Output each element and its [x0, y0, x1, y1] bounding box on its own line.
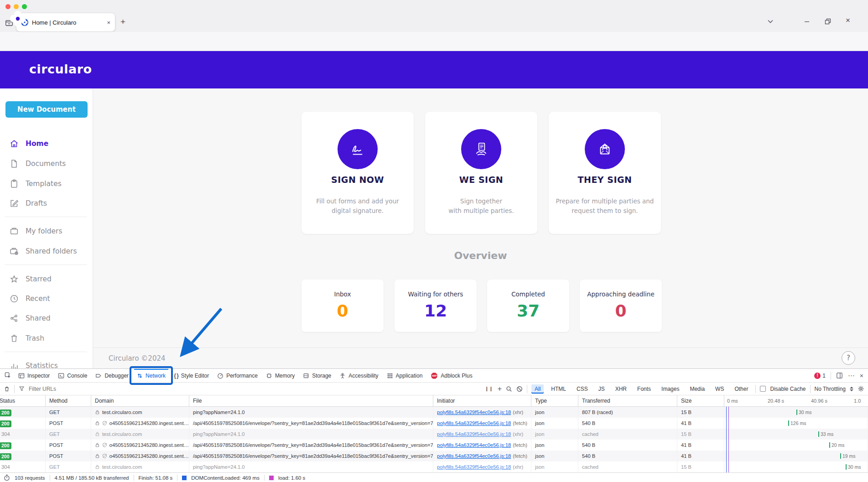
browser-tab[interactable]: Home | Circularo ×: [16, 13, 115, 31]
hands-document-icon: [461, 129, 501, 169]
stat-value: 37: [487, 301, 569, 320]
domcontentloaded-marker-line: [726, 407, 727, 472]
copyright-text: Circularo ©2024: [109, 354, 166, 363]
devtools-tab-style-editor[interactable]: { } Style Editor: [170, 369, 213, 383]
sidebar-item-trash[interactable]: Trash: [0, 328, 93, 348]
they-sign-card[interactable]: THEY SIGN Prepare for multiple parties a…: [549, 112, 661, 234]
card-title: SIGN NOW: [301, 175, 414, 185]
sidebar-item-home[interactable]: Home: [0, 134, 93, 154]
sidebar-item-starred[interactable]: Starred: [0, 269, 93, 289]
network-request-row[interactable]: 304 GET test.circularo.com ping?appName=…: [0, 429, 868, 440]
split-console-icon[interactable]: [836, 372, 843, 379]
tracker-shield-icon: [102, 453, 107, 459]
sidebar-item-statistics[interactable]: Statistics: [0, 356, 93, 368]
sidebar-item-my-folders[interactable]: My folders: [0, 221, 93, 241]
filter-pill-js[interactable]: JS: [595, 384, 608, 394]
devtools-tab-console[interactable]: Console: [54, 369, 91, 383]
filter-pill-fonts[interactable]: Fonts: [634, 384, 654, 394]
devtools-tab-accessibility[interactable]: Accessibility: [335, 369, 382, 383]
domcontentloaded-time[interactable]: DOMContentLoaded: 469 ms: [191, 475, 260, 481]
initiator-link[interactable]: polyfills.54a6329f54ec0e56.js:18: [437, 431, 511, 437]
network-request-row[interactable]: 200 POST o4505159621345280.ingest.sent… …: [0, 418, 868, 429]
devtools-tab-application[interactable]: Application: [383, 369, 427, 383]
brand-name[interactable]: circularo: [29, 62, 92, 76]
initiator-link[interactable]: polyfills.54a6329f54ec0e56.js:18: [437, 442, 511, 448]
stat-card-waiting-for-others[interactable]: Waiting for others 12: [395, 280, 477, 332]
macos-close-button[interactable]: [5, 4, 10, 9]
filter-pill-ws[interactable]: WS: [712, 384, 727, 394]
sidebar-item-drafts[interactable]: Drafts: [0, 193, 93, 213]
filter-urls-input[interactable]: [29, 386, 129, 392]
network-toolbar: ❙❙ + All HTML CSS JS XHR Fonts Images Me…: [0, 383, 868, 395]
sign-now-card[interactable]: SIGN NOW Fill out forms and add your dig…: [301, 112, 414, 234]
devtools-tab-storage[interactable]: Storage: [299, 369, 335, 383]
initiator-link[interactable]: polyfills.54a6329f54ec0e56.js:18: [437, 464, 511, 470]
help-button[interactable]: ?: [842, 351, 855, 365]
initiator-link[interactable]: polyfills.54a6329f54ec0e56.js:18: [437, 420, 511, 426]
network-request-row[interactable]: 200 GET test.circularo.com ping?appName=…: [0, 407, 868, 418]
load-time[interactable]: load: 1.60 s: [278, 475, 305, 481]
card-subtitle: with multiple parties.: [425, 207, 537, 214]
sidebar-item-recent[interactable]: Recent: [0, 289, 93, 309]
table-header-row[interactable]: Status Method Domain File Initiator Type…: [0, 395, 868, 407]
home-icon: [9, 139, 19, 149]
filter-pill-media[interactable]: Media: [686, 384, 708, 394]
devtools-menu-dots-icon[interactable]: ⋯: [848, 372, 855, 380]
console-error-count[interactable]: ! 1: [814, 373, 826, 379]
pick-element-icon[interactable]: [2, 372, 14, 379]
filter-pill-xhr[interactable]: XHR: [612, 384, 630, 394]
window-close-button[interactable]: ×: [846, 16, 850, 24]
tab-close-icon[interactable]: ×: [107, 20, 110, 26]
sidebar-item-templates[interactable]: Templates: [0, 174, 93, 194]
sidebar-item-shared[interactable]: Shared: [0, 308, 93, 328]
sidebar-item-shared-folders[interactable]: Shared folders: [0, 241, 93, 261]
stat-card-completed[interactable]: Completed 37: [487, 280, 569, 332]
throttling-select[interactable]: No Throttling: [815, 386, 846, 392]
devtools-tab-network[interactable]: Network: [133, 369, 170, 383]
devtools-tab-debugger[interactable]: Debugger: [91, 369, 133, 383]
edit-pencil-icon: [9, 198, 19, 208]
new-document-button[interactable]: New Document: [5, 101, 88, 118]
macos-minimize-button[interactable]: [14, 4, 19, 9]
filter-pill-css[interactable]: CSS: [573, 384, 591, 394]
window-restore-button[interactable]: [825, 18, 831, 25]
window-minimize-button[interactable]: –: [805, 17, 809, 25]
stat-card-approaching-deadline[interactable]: Approaching deadline 0: [580, 280, 662, 332]
we-sign-card[interactable]: WE SIGN Sign together with multiple part…: [425, 112, 537, 234]
network-settings-gear-icon[interactable]: [858, 385, 864, 392]
devtools-tab-bar: Inspector Console Debugger Network { } S…: [0, 369, 868, 383]
sidebar-divider: [5, 264, 87, 265]
transferred-summary[interactable]: 4.51 MB / 185.50 kB transferred: [55, 475, 129, 481]
circularo-logo-icon[interactable]: [9, 10, 26, 27]
network-request-row[interactable]: 200 POST o4505159621345280.ingest.sent… …: [0, 440, 868, 451]
devtools-close-icon[interactable]: ×: [860, 372, 863, 379]
new-tab-button[interactable]: +: [120, 17, 125, 26]
filter-pill-all[interactable]: All: [531, 384, 544, 394]
devtools-tab-inspector[interactable]: Inspector: [14, 369, 54, 383]
finish-time[interactable]: Finish: 51.08 s: [139, 475, 173, 481]
initiator-link[interactable]: polyfills.54a6329f54ec0e56.js:18: [437, 453, 511, 459]
devtools-tab-adblock-plus[interactable]: ABP Adblock Plus: [426, 369, 476, 383]
pause-icon[interactable]: ❙❙: [485, 386, 494, 391]
devtools-tab-performance[interactable]: Performance: [213, 369, 262, 383]
network-request-row[interactable]: 200 POST o4505159621345280.ingest.sent… …: [0, 451, 868, 461]
requests-count[interactable]: 103 requests: [15, 475, 45, 481]
filter-pill-other[interactable]: Other: [731, 384, 751, 394]
storage-icon: [303, 373, 309, 379]
add-request-icon[interactable]: +: [498, 385, 502, 393]
network-request-row[interactable]: 304 GET test.circularo.com ping?appName=…: [0, 461, 868, 472]
sidebar-item-documents[interactable]: Documents: [0, 154, 93, 174]
browser-navbar: https://test.circularo.com/home/dashboar…: [0, 32, 868, 51]
clear-requests-trash-icon[interactable]: [4, 386, 10, 392]
search-requests-icon[interactable]: [506, 386, 512, 392]
disable-cache-checkbox[interactable]: [760, 386, 766, 392]
stat-card-inbox[interactable]: Inbox 0: [301, 280, 384, 332]
filter-pill-images[interactable]: Images: [658, 384, 682, 394]
macos-zoom-button[interactable]: [22, 4, 27, 9]
block-requests-icon[interactable]: [516, 386, 523, 392]
devtools-tab-memory[interactable]: Memory: [262, 369, 299, 383]
filter-pill-html[interactable]: HTML: [548, 384, 569, 394]
performance-analysis-icon[interactable]: [4, 474, 10, 481]
list-tabs-chevron-icon[interactable]: [767, 19, 774, 24]
initiator-link[interactable]: polyfills.54a6329f54ec0e56.js:18: [437, 409, 511, 415]
